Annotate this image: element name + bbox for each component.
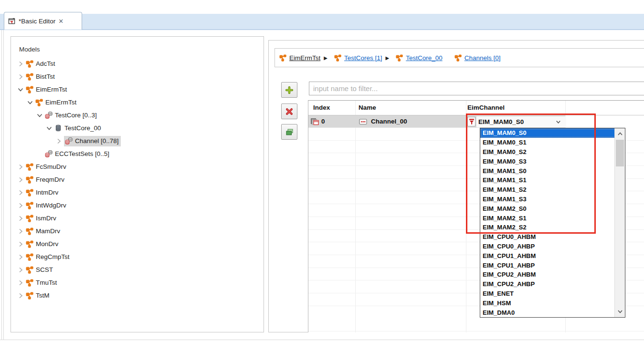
tree-selection-highlight[interactable]: Channel [0..78] — [64, 136, 121, 146]
name-filter-input[interactable] — [309, 82, 644, 95]
chevron-right-icon[interactable] — [17, 254, 24, 260]
dropdown-option[interactable]: EIM_MAM1_S3 — [480, 195, 625, 204]
breadcrumb-arrow-icon: ▶ — [385, 55, 389, 61]
basic-editor-icon — [8, 18, 16, 25]
breadcrumb-item-testcores[interactable]: TestCores [1] — [334, 54, 382, 62]
chevron-right-icon[interactable] — [17, 215, 24, 222]
module-icon — [26, 292, 33, 300]
tree-item-eimermtst[interactable]: EimErmTst — [11, 83, 264, 96]
chevron-down-icon[interactable] — [46, 125, 53, 132]
chevron-right-icon[interactable] — [17, 241, 24, 248]
tree-item-channel-list[interactable]: Channel [0..78] — [11, 134, 264, 147]
tree-item-bisttst[interactable]: BistTst — [11, 70, 264, 83]
chevron-right-icon[interactable] — [17, 73, 24, 80]
tree-item-regcmptst[interactable]: RegCmpTst — [11, 250, 264, 263]
module-icon — [26, 240, 33, 248]
chevron-right-icon[interactable] — [17, 189, 24, 196]
dropdown-option[interactable]: EIM_MAM1_S1 — [480, 176, 625, 185]
cell-name[interactable]: Channel_00 — [371, 118, 407, 125]
tree-item-eimermtst-child[interactable]: EimErmTst — [11, 96, 264, 109]
eim-channel-combobox[interactable]: EIM_MAM0_S0 — [476, 116, 566, 127]
tab-close-icon[interactable]: ✕ — [58, 18, 63, 25]
table-row[interactable]: 0 Channel_00 EIM_MAM0_S0 — [308, 115, 565, 128]
dropdown-option[interactable]: EIM_MAM2_S2 — [480, 223, 625, 232]
dropdown-option[interactable]: EIM_MAM2_S1 — [480, 213, 625, 223]
tab-basic-editor[interactable]: *Basic Editor ✕ — [4, 12, 82, 30]
delete-row-button[interactable] — [281, 103, 297, 119]
dropdown-scrollbar[interactable] — [614, 128, 625, 317]
column-header-index: Index — [313, 104, 330, 111]
tree-item-testcore-list[interactable]: TestCore [0..3] — [11, 109, 264, 122]
module-icon — [26, 73, 33, 81]
tree-item-intwdgdrv[interactable]: IntWdgDrv — [11, 199, 264, 212]
tree-item-mondrv[interactable]: MonDrv — [11, 238, 264, 250]
eim-channel-dropdown-list: EIM_MAM0_S0 EIM_MAM0_S1 EIM_MAM0_S2 EIM_… — [480, 128, 625, 318]
module-icon — [26, 202, 33, 209]
breadcrumb-label[interactable]: EimErmTst — [289, 54, 320, 62]
tree-item-scst[interactable]: SCST — [11, 263, 264, 276]
database-icon — [54, 124, 62, 132]
tree-item-adctst[interactable]: AdcTst — [11, 57, 264, 70]
tree-item-tmutst[interactable]: TmuTst — [11, 276, 264, 289]
chevron-right-icon[interactable] — [17, 228, 24, 235]
tree-item-mamdrv[interactable]: MamDrv — [11, 225, 264, 238]
chevron-right-icon[interactable] — [17, 292, 24, 299]
breadcrumb-link[interactable]: Channels [0] — [465, 54, 501, 62]
models-panel-title: Models — [19, 46, 264, 53]
scroll-down-icon[interactable] — [617, 308, 623, 315]
tree-item-label: TmuTst — [36, 279, 57, 286]
chevron-right-icon[interactable] — [17, 61, 24, 67]
dropdown-option[interactable]: EIM_MAM2_S0 — [480, 204, 625, 213]
dropdown-option[interactable]: EIM_MAM0_S1 — [480, 138, 625, 147]
chevron-right-icon[interactable] — [55, 138, 62, 145]
models-panel: Models AdcTst BistTst EimErmTst EimErmTs… — [11, 36, 264, 332]
module-icon — [26, 253, 33, 261]
chevron-right-icon[interactable] — [17, 176, 24, 183]
add-row-button[interactable] — [281, 82, 297, 98]
dropdown-option[interactable]: EIM_CPU0_AHBP — [480, 242, 625, 251]
breadcrumb-item-eimermtst[interactable]: EimErmTst — [279, 54, 320, 62]
breadcrumb-link[interactable]: TestCores [1] — [344, 54, 382, 62]
row-index-icon — [311, 118, 319, 125]
dropdown-option[interactable]: EIM_DMA0 — [480, 308, 625, 317]
dropdown-option[interactable]: EIM_CPU2_AHBM — [480, 270, 625, 279]
dropdown-option[interactable]: EIM_MAM1_S0 — [480, 166, 625, 176]
tree-item-ismdrv[interactable]: IsmDrv — [11, 212, 264, 225]
tree-item-fcsmudrv[interactable]: FcSmuDrv — [11, 160, 264, 173]
dropdown-option[interactable]: EIM_MAM0_S3 — [480, 156, 625, 166]
tree-item-intmdrv[interactable]: IntmDrv — [11, 186, 264, 199]
tree-item-testcore-00[interactable]: TestCore_00 — [11, 122, 264, 134]
breadcrumb-link[interactable]: TestCore_00 — [406, 54, 443, 62]
copy-row-button[interactable] — [281, 124, 297, 140]
tree-item-label: BistTst — [36, 73, 55, 80]
tree-item-freqmdrv[interactable]: FreqmDrv — [11, 173, 264, 186]
chevron-down-icon[interactable] — [36, 112, 43, 119]
breadcrumb-item-channels[interactable]: Channels [0] — [454, 54, 501, 62]
chevron-right-icon[interactable] — [17, 164, 24, 170]
dropdown-option[interactable]: EIM_CPU2_AHBP — [480, 279, 625, 289]
dropdown-option[interactable]: EIM_MAM1_S2 — [480, 185, 625, 195]
tree-item-label: AdcTst — [36, 60, 55, 67]
combobox-dropdown-icon[interactable] — [555, 119, 561, 125]
dropdown-option[interactable]: EIM_CPU1_AHBP — [480, 260, 625, 270]
cell-index[interactable]: 0 — [321, 118, 325, 125]
tree-item-label: FcSmuDrv — [36, 163, 66, 170]
dropdown-option[interactable]: EIM_CPU0_AHBM — [480, 232, 625, 242]
dropdown-option[interactable]: EIM_CPU1_AHBM — [480, 251, 625, 260]
tree-item-label: EimErmTst — [36, 86, 67, 93]
dropdown-option[interactable]: EIM_MAM0_S2 — [480, 147, 625, 157]
dropdown-option[interactable]: EIM_ENET — [480, 289, 625, 299]
tree-item-tstm[interactable]: TstM — [11, 289, 264, 302]
dropdown-option[interactable]: EIM_HSM — [480, 298, 625, 308]
chevron-right-icon[interactable] — [17, 267, 24, 273]
chevron-down-icon[interactable] — [17, 86, 24, 93]
dropdown-option-selected[interactable]: EIM_MAM0_S0 — [480, 128, 625, 138]
chevron-right-icon[interactable] — [17, 202, 24, 209]
chevron-down-icon[interactable] — [27, 99, 33, 106]
scrollbar-thumb[interactable] — [616, 140, 624, 166]
breadcrumb-item-testcore-00[interactable]: TestCore_00 — [396, 54, 443, 62]
chevron-right-icon[interactable] — [17, 279, 24, 286]
module-icon — [396, 54, 403, 62]
tree-item-ecctestsets[interactable]: ECCTestSets [0..5] — [11, 147, 264, 160]
scroll-up-icon[interactable] — [617, 131, 623, 137]
